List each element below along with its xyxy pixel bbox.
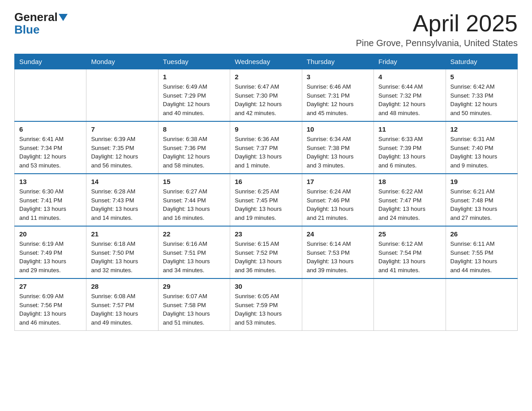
day-of-week-saturday: Saturday: [446, 54, 517, 69]
day-number: 23: [235, 230, 297, 238]
day-info: Sunrise: 6:44 AMSunset: 7:32 PMDaylight:…: [378, 82, 441, 117]
title-block: April 2025 Pine Grove, Pennsylvania, Uni…: [356, 11, 518, 48]
day-info: Sunrise: 6:08 AMSunset: 7:57 PMDaylight:…: [91, 292, 153, 327]
day-info: Sunrise: 6:30 AMSunset: 7:41 PMDaylight:…: [19, 187, 82, 222]
day-info: Sunrise: 6:38 AMSunset: 7:36 PMDaylight:…: [163, 135, 225, 170]
calendar-cell: 3Sunrise: 6:46 AMSunset: 7:31 PMDaylight…: [302, 69, 373, 122]
calendar-cell: 5Sunrise: 6:42 AMSunset: 7:33 PMDaylight…: [446, 69, 517, 122]
calendar-week-2: 6Sunrise: 6:41 AMSunset: 7:34 PMDaylight…: [15, 121, 518, 174]
calendar-week-4: 20Sunrise: 6:19 AMSunset: 7:49 PMDayligh…: [15, 226, 518, 278]
page: General Blue April 2025 Pine Grove, Penn…: [0, 0, 532, 345]
day-number: 3: [307, 73, 369, 81]
calendar-cell: 2Sunrise: 6:47 AMSunset: 7:30 PMDaylight…: [230, 69, 302, 122]
calendar-cell: 8Sunrise: 6:38 AMSunset: 7:36 PMDaylight…: [158, 121, 230, 174]
day-info: Sunrise: 6:39 AMSunset: 7:35 PMDaylight:…: [91, 135, 153, 170]
month-title: April 2025: [356, 11, 518, 36]
calendar-week-1: 1Sunrise: 6:49 AMSunset: 7:29 PMDaylight…: [15, 69, 518, 122]
day-number: 25: [378, 230, 441, 238]
day-info: Sunrise: 6:24 AMSunset: 7:46 PMDaylight:…: [307, 187, 369, 222]
day-number: 27: [19, 283, 82, 290]
calendar-cell: 10Sunrise: 6:34 AMSunset: 7:38 PMDayligh…: [302, 121, 373, 174]
logo-arrow-icon: [59, 14, 68, 21]
logo: General Blue: [14, 11, 68, 37]
calendar-cell: 11Sunrise: 6:33 AMSunset: 7:39 PMDayligh…: [374, 121, 446, 174]
calendar-cell: 25Sunrise: 6:12 AMSunset: 7:54 PMDayligh…: [374, 226, 446, 278]
calendar-cell: 18Sunrise: 6:22 AMSunset: 7:47 PMDayligh…: [374, 174, 446, 226]
day-of-week-sunday: Sunday: [15, 54, 86, 69]
location-title: Pine Grove, Pennsylvania, United States: [356, 38, 518, 48]
calendar-cell: [302, 278, 373, 331]
calendar-cell: 22Sunrise: 6:16 AMSunset: 7:51 PMDayligh…: [158, 226, 230, 278]
calendar-cell: 7Sunrise: 6:39 AMSunset: 7:35 PMDaylight…: [86, 121, 158, 174]
calendar-week-5: 27Sunrise: 6:09 AMSunset: 7:56 PMDayligh…: [15, 278, 518, 331]
day-info: Sunrise: 6:36 AMSunset: 7:37 PMDaylight:…: [235, 135, 297, 170]
calendar-cell: 26Sunrise: 6:11 AMSunset: 7:55 PMDayligh…: [446, 226, 517, 278]
day-number: 16: [235, 178, 297, 185]
day-info: Sunrise: 6:42 AMSunset: 7:33 PMDaylight:…: [450, 82, 513, 117]
calendar-cell: [446, 278, 517, 331]
day-info: Sunrise: 6:11 AMSunset: 7:55 PMDaylight:…: [450, 240, 513, 274]
day-number: 6: [19, 125, 82, 133]
calendar-cell: 20Sunrise: 6:19 AMSunset: 7:49 PMDayligh…: [15, 226, 86, 278]
calendar-cell: 23Sunrise: 6:15 AMSunset: 7:52 PMDayligh…: [230, 226, 302, 278]
calendar-cell: 21Sunrise: 6:18 AMSunset: 7:50 PMDayligh…: [86, 226, 158, 278]
day-info: Sunrise: 6:22 AMSunset: 7:47 PMDaylight:…: [378, 187, 441, 222]
day-info: Sunrise: 6:09 AMSunset: 7:56 PMDaylight:…: [19, 292, 82, 327]
day-info: Sunrise: 6:27 AMSunset: 7:44 PMDaylight:…: [163, 187, 225, 222]
day-number: 29: [163, 283, 225, 290]
calendar-cell: 13Sunrise: 6:30 AMSunset: 7:41 PMDayligh…: [15, 174, 86, 226]
day-number: 9: [235, 125, 297, 133]
day-info: Sunrise: 6:25 AMSunset: 7:45 PMDaylight:…: [235, 187, 297, 222]
calendar-cell: 19Sunrise: 6:21 AMSunset: 7:48 PMDayligh…: [446, 174, 517, 226]
day-of-week-thursday: Thursday: [302, 54, 373, 69]
calendar-cell: 15Sunrise: 6:27 AMSunset: 7:44 PMDayligh…: [158, 174, 230, 226]
calendar-week-3: 13Sunrise: 6:30 AMSunset: 7:41 PMDayligh…: [15, 174, 518, 226]
day-number: 11: [378, 125, 441, 133]
day-info: Sunrise: 6:33 AMSunset: 7:39 PMDaylight:…: [378, 135, 441, 170]
calendar-cell: 30Sunrise: 6:05 AMSunset: 7:59 PMDayligh…: [230, 278, 302, 331]
calendar-cell: 4Sunrise: 6:44 AMSunset: 7:32 PMDaylight…: [374, 69, 446, 122]
day-number: 24: [307, 230, 369, 238]
day-info: Sunrise: 6:49 AMSunset: 7:29 PMDaylight:…: [163, 82, 225, 117]
day-number: 8: [163, 125, 225, 133]
day-info: Sunrise: 6:46 AMSunset: 7:31 PMDaylight:…: [307, 82, 369, 117]
calendar-cell: [15, 69, 86, 122]
header-row: General Blue April 2025 Pine Grove, Penn…: [14, 11, 518, 48]
calendar-cell: 1Sunrise: 6:49 AMSunset: 7:29 PMDaylight…: [158, 69, 230, 122]
day-info: Sunrise: 6:14 AMSunset: 7:53 PMDaylight:…: [307, 240, 369, 274]
day-number: 17: [307, 178, 369, 185]
day-number: 14: [91, 178, 153, 185]
calendar-cell: 24Sunrise: 6:14 AMSunset: 7:53 PMDayligh…: [302, 226, 373, 278]
day-info: Sunrise: 6:12 AMSunset: 7:54 PMDaylight:…: [378, 240, 441, 274]
day-number: 30: [235, 283, 297, 290]
logo-blue: Blue: [14, 23, 39, 37]
day-number: 26: [450, 230, 513, 238]
calendar-cell: 28Sunrise: 6:08 AMSunset: 7:57 PMDayligh…: [86, 278, 158, 331]
day-number: 1: [163, 73, 225, 81]
calendar-cell: 9Sunrise: 6:36 AMSunset: 7:37 PMDaylight…: [230, 121, 302, 174]
calendar-cell: 14Sunrise: 6:28 AMSunset: 7:43 PMDayligh…: [86, 174, 158, 226]
calendar-cell: 16Sunrise: 6:25 AMSunset: 7:45 PMDayligh…: [230, 174, 302, 226]
day-number: 20: [19, 230, 82, 238]
day-number: 4: [378, 73, 441, 81]
calendar-cell: 29Sunrise: 6:07 AMSunset: 7:58 PMDayligh…: [158, 278, 230, 331]
calendar-cell: 6Sunrise: 6:41 AMSunset: 7:34 PMDaylight…: [15, 121, 86, 174]
day-info: Sunrise: 6:47 AMSunset: 7:30 PMDaylight:…: [235, 82, 297, 117]
day-number: 19: [450, 178, 513, 185]
day-number: 15: [163, 178, 225, 185]
day-info: Sunrise: 6:34 AMSunset: 7:38 PMDaylight:…: [307, 135, 369, 170]
day-info: Sunrise: 6:18 AMSunset: 7:50 PMDaylight:…: [91, 240, 153, 274]
day-of-week-friday: Friday: [374, 54, 446, 69]
day-of-week-monday: Monday: [86, 54, 158, 69]
logo-general: General: [14, 11, 58, 24]
day-number: 12: [450, 125, 513, 133]
calendar: SundayMondayTuesdayWednesdayThursdayFrid…: [14, 54, 518, 331]
calendar-cell: 27Sunrise: 6:09 AMSunset: 7:56 PMDayligh…: [15, 278, 86, 331]
day-number: 7: [91, 125, 153, 133]
day-info: Sunrise: 6:19 AMSunset: 7:49 PMDaylight:…: [19, 240, 82, 274]
day-number: 21: [91, 230, 153, 238]
calendar-cell: [86, 69, 158, 122]
day-info: Sunrise: 6:16 AMSunset: 7:51 PMDaylight:…: [163, 240, 225, 274]
calendar-header-row: SundayMondayTuesdayWednesdayThursdayFrid…: [15, 54, 518, 69]
day-info: Sunrise: 6:15 AMSunset: 7:52 PMDaylight:…: [235, 240, 297, 274]
